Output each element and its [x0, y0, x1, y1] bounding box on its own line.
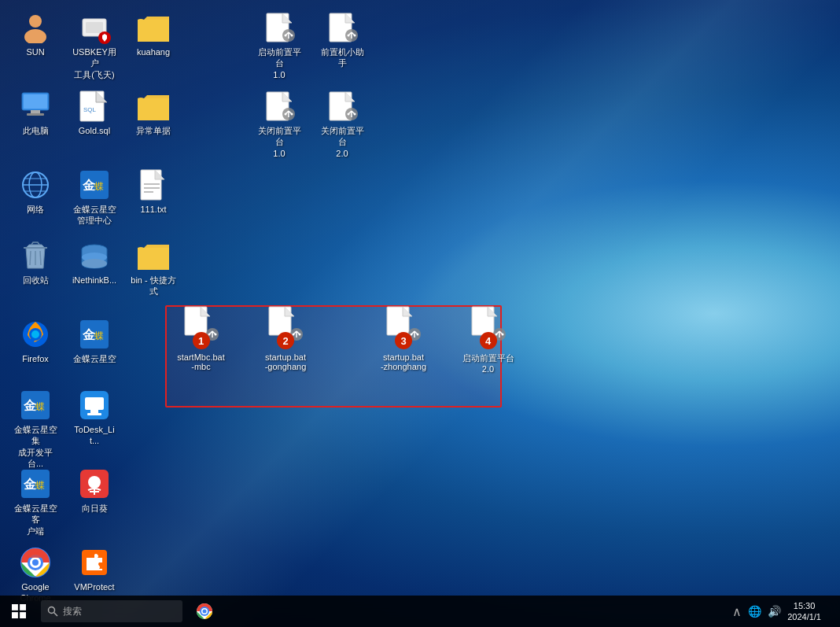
taskbar-tray: ∧ 🌐 🔊 15:30 2024/1/1	[726, 600, 840, 623]
svg-point-98	[203, 610, 207, 614]
icon-recycle[interactable]: 回收站	[8, 236, 63, 289]
svg-text:蝶: 蝶	[94, 181, 104, 192]
icon-jdie-client[interactable]: 金 蝶 金蝶云星空客户端	[8, 464, 63, 540]
selected-icon-4[interactable]: 4 启动前置平台2.0	[459, 305, 518, 374]
icon-network[interactable]: 网络	[8, 165, 63, 218]
icon-jdie-client-label: 金蝶云星空客户端	[11, 503, 60, 537]
icon-qidong1-label: 启动前置平台1.0	[255, 46, 304, 80]
icon-usbkey[interactable]: USBKEY用户工具(飞天)	[67, 8, 122, 83]
svg-point-80	[299, 334, 301, 336]
icon-goldsql-label: Gold.sql	[79, 125, 110, 136]
svg-rect-15	[31, 110, 40, 113]
svg-rect-3	[86, 22, 103, 33]
taskbar-clock[interactable]: 15:30 2024/1/1	[787, 600, 821, 623]
icon-bin-folder[interactable]: bin - 快捷方式	[126, 236, 181, 301]
icon-todesk[interactable]: ToDesk_Lit...	[67, 385, 122, 450]
icon-xiangri[interactable]: 向日葵	[67, 464, 122, 517]
svg-point-23	[291, 113, 293, 116]
icon-firefox[interactable]: Firefox	[8, 315, 63, 367]
icon-kuahang[interactable]: kuahang	[126, 8, 181, 61]
svg-text:蝶: 蝶	[35, 480, 45, 491]
svg-point-84	[417, 334, 419, 336]
svg-point-11	[348, 35, 350, 37]
start-button[interactable]	[0, 596, 38, 627]
icon-txt111-label: 111.txt	[140, 204, 166, 215]
taskbar-icon-chrome[interactable]	[189, 596, 220, 627]
svg-text:蝶: 蝶	[94, 330, 104, 341]
svg-point-27	[354, 113, 356, 116]
taskbar-search[interactable]: 搜索	[41, 600, 182, 622]
svg-point-1	[24, 29, 46, 43]
svg-point-45	[82, 259, 107, 268]
selected-icons-group: 1 startMbc.bat-mbc	[171, 305, 518, 374]
desktop-icons-area: SUN USBKEY用户工具(飞天) kuahang	[0, 0, 840, 596]
icon-firefox-label: Firefox	[22, 353, 49, 364]
svg-point-71	[32, 559, 39, 566]
tray-network: 🌐	[748, 605, 761, 618]
icon-qianjizhu-label: 前置机小助手	[318, 46, 367, 69]
svg-line-94	[54, 613, 58, 617]
search-placeholder: 搜索	[63, 605, 82, 618]
icon-jdie-sky-label: 金蝶云星空	[73, 353, 116, 364]
icon-guanbi2[interactable]: 关闭前置平台2.0	[315, 87, 370, 162]
svg-point-12	[354, 35, 356, 37]
icon-jdie-center-label: 金蝶云星空管理中心	[73, 204, 116, 227]
svg-point-7	[285, 35, 287, 37]
selected-icon-1[interactable]: 1 startMbc.bat-mbc	[171, 305, 230, 374]
icon-jdie-collect-label: 金蝶云星空集成开发平台...	[11, 424, 60, 469]
svg-point-93	[49, 607, 55, 614]
svg-rect-59	[87, 413, 101, 415]
icon-qianjizhu[interactable]: 前置机小助手	[315, 8, 370, 72]
icon-bin-folder-label: bin - 快捷方式	[131, 275, 175, 297]
icon-txt111[interactable]: 111.txt	[126, 165, 181, 218]
icon-jdie-sky[interactable]: 金 蝶 金蝶云星空	[67, 315, 122, 367]
icon-vmprotect-label: VMProtect	[74, 581, 114, 592]
svg-rect-4	[138, 20, 169, 42]
icon-computer-label: 此电脑	[23, 125, 49, 136]
icon-jdie-collect[interactable]: 金 蝶 金蝶云星空集成开发平台...	[8, 385, 63, 472]
svg-rect-14	[24, 94, 47, 109]
tray-volume: 🔊	[768, 605, 781, 618]
svg-rect-16	[27, 113, 44, 116]
icon-inthink-label: iNethinkB...	[72, 275, 116, 286]
tray-icons: ∧	[732, 604, 742, 619]
icon-kuahang-label: kuahang	[137, 46, 170, 57]
svg-point-76	[214, 334, 216, 336]
svg-rect-90	[20, 604, 26, 610]
icon-sun-label: SUN	[26, 46, 44, 57]
selected-icon-2[interactable]: 2 startup.bat-gonghang	[254, 305, 317, 374]
svg-rect-92	[20, 612, 26, 618]
icon-computer[interactable]: 此电脑	[8, 87, 63, 139]
icon-jdie-center[interactable]: 金 蝶 金蝶云星空管理中心	[67, 165, 122, 230]
icon-guanbi1[interactable]: 关闭前置平台1.0	[252, 87, 307, 162]
svg-point-0	[29, 15, 42, 28]
svg-rect-58	[90, 410, 98, 413]
icon-vmprotect[interactable]: VMProtect	[67, 543, 122, 596]
svg-point-88	[501, 334, 503, 336]
icon-todesk-label: ToDesk_Lit...	[70, 424, 119, 447]
svg-line-42	[40, 251, 41, 265]
icon-qidong1[interactable]: 启动前置平台1.0	[252, 8, 307, 83]
icon-xiangri-label: 向日葵	[82, 503, 108, 514]
icon-yichang-label: 异常单据	[136, 125, 171, 136]
svg-point-26	[348, 113, 350, 116]
svg-point-49	[31, 330, 39, 338]
icon-guanbi2-label: 关闭前置平台2.0	[318, 125, 367, 159]
selected-icon-3[interactable]: 3 startup.bat-zhonghang	[372, 305, 435, 374]
taskbar: 搜索 ∧ 🌐 🔊 15:30 2024/1/1	[0, 596, 840, 627]
icon-inthink[interactable]: iNethinkB...	[67, 236, 122, 289]
icon-goldsql[interactable]: SQL Gold.sql	[67, 87, 122, 139]
svg-point-8	[291, 35, 293, 37]
svg-rect-89	[12, 604, 18, 610]
svg-rect-91	[12, 612, 18, 618]
svg-text:SQL: SQL	[83, 106, 97, 113]
svg-rect-57	[85, 397, 104, 410]
svg-line-40	[30, 251, 31, 265]
svg-rect-19	[138, 98, 169, 120]
icon-recycle-label: 回收站	[23, 275, 49, 286]
icon-yichang[interactable]: 异常单据	[126, 87, 181, 139]
svg-point-22	[285, 113, 287, 116]
icon-sun[interactable]: SUN	[8, 8, 63, 61]
svg-text:蝶: 蝶	[35, 401, 45, 412]
svg-rect-46	[138, 248, 169, 270]
